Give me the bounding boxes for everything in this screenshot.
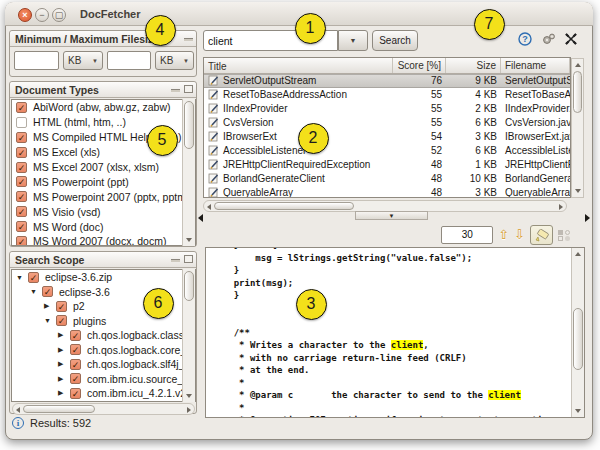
min-filesize-unit-dropdown[interactable]: KB ▼ [63, 51, 103, 70]
tree-expand-icon[interactable]: ▶ [58, 346, 67, 354]
checkbox-icon[interactable]: ✓ [16, 221, 27, 232]
document-type-item[interactable]: ✓MS Powerpoint (ppt) [12, 174, 195, 189]
table-row[interactable]: IBrowserExt543 KBIBrowserExt.jav [204, 130, 570, 144]
maximize-button[interactable]: ▢ [52, 8, 66, 22]
preferences-gears-icon[interactable] [541, 32, 557, 49]
checkbox-icon[interactable]: ✓ [16, 162, 27, 173]
document-type-item[interactable]: ✓MS Visio (vsd) [12, 204, 195, 219]
tree-expand-icon[interactable]: ▶ [44, 302, 53, 310]
scope-tree-item[interactable]: ▶✓ch.qos.logback.classic_0.9.19 [12, 328, 195, 343]
result-size: 6 KB [446, 145, 501, 156]
checkbox-icon[interactable]: ✓ [70, 344, 81, 355]
search-scope-hscrollbar[interactable] [12, 403, 195, 415]
sash-collapse-left-icon[interactable] [198, 214, 203, 222]
search-history-dropdown[interactable]: ▼ [338, 30, 368, 51]
preview-pane[interactable]: } else { msg = lStrings.getString("value… [205, 247, 585, 418]
tree-expand-icon[interactable]: ▶ [58, 360, 67, 368]
checkbox-icon[interactable]: ✓ [16, 236, 27, 246]
search-button-label: Search [379, 35, 411, 46]
document-type-item[interactable]: ✓MS Excel 2007 (xlsx, xlsm) [12, 160, 195, 175]
document-type-item[interactable]: ✓MS Word 2007 (docx, docm) [12, 234, 195, 246]
checkbox-icon[interactable]: ✓ [56, 301, 67, 312]
checkbox-icon[interactable]: ✓ [16, 176, 27, 187]
table-row[interactable]: BorlandGenerateClient4810 KBBorlandGener… [204, 171, 570, 185]
scope-tree-item[interactable]: ▼✓eclipse-3.6.zip [12, 270, 195, 285]
panel-maximize-icon[interactable] [184, 85, 193, 93]
tree-expand-icon[interactable]: ▶ [58, 375, 67, 383]
checkbox-icon[interactable]: ✓ [28, 272, 39, 283]
results-table-scrollbar[interactable] [571, 58, 584, 198]
table-row[interactable]: CvsVersion556 KBCvsVersion.jav [204, 116, 570, 130]
table-row[interactable]: IIndexProvider552 KBIIndexProvider. [204, 102, 570, 116]
scope-tree-item[interactable]: ▶✓com.ibm.icu.source_4.2.1.v20 [12, 372, 195, 387]
help-icon[interactable]: ? [518, 32, 532, 49]
table-row[interactable]: ResetToBaseAddressAction554 KBResetToBas… [204, 88, 570, 102]
preview-toolbar: 30 ⇧ ⇩ [203, 224, 585, 246]
view-mode-icon[interactable] [558, 230, 571, 241]
result-title: ServletOutputStream [223, 75, 316, 86]
checkbox-icon[interactable]: ✓ [16, 206, 27, 217]
checkbox-icon[interactable]: ✓ [70, 330, 81, 341]
column-header-size[interactable]: Size [446, 58, 501, 73]
scope-item-label: eclipse-3.6.zip [45, 271, 112, 283]
chevron-down-icon: ▼ [389, 214, 395, 218]
document-type-item[interactable]: ✓MS Word (doc) [12, 219, 195, 234]
panel-minimize-icon[interactable] [171, 89, 180, 92]
next-occurrence-icon[interactable]: ⇩ [514, 228, 525, 242]
checkbox-icon[interactable]: ✓ [70, 388, 81, 399]
checkbox-icon[interactable]: ✓ [42, 286, 53, 297]
checkbox-icon[interactable]: ✓ [70, 359, 81, 370]
highlight-toggle-button[interactable] [530, 225, 553, 245]
sash-collapse-right-icon[interactable] [585, 214, 590, 222]
column-header-fname[interactable]: Filename [501, 58, 570, 73]
scope-tree-item[interactable]: ▶✓ch.qos.logback.core_0.9.19.v2 [12, 343, 195, 358]
search-scope-scrollbar[interactable] [182, 269, 195, 402]
max-filesize-unit-dropdown[interactable]: KB ▼ [155, 51, 194, 70]
table-row[interactable]: ServletOutputStream769 KBServletOutputS [204, 74, 570, 88]
search-scope-tree: ▼✓eclipse-3.6.zip▼✓eclipse-3.6▶✓p2▼✓plug… [11, 269, 196, 402]
preview-code: } else { msg = lStrings.getString("value… [212, 247, 584, 418]
document-type-label: MS Powerpoint 2007 (pptx, pptm) [33, 191, 189, 203]
document-type-item[interactable]: ✓MS Powerpoint 2007 (pptx, pptm) [12, 189, 195, 204]
column-header-score[interactable]: Score [%] [393, 58, 446, 73]
previous-occurrence-icon[interactable]: ⇧ [498, 228, 509, 242]
document-type-item[interactable]: ✓AbiWord (abw, abw.gz, zabw) [12, 100, 195, 115]
checkbox-icon[interactable]: ✓ [70, 373, 81, 384]
checkbox-icon[interactable]: ✓ [16, 132, 27, 143]
panel-maximize-icon[interactable] [184, 255, 193, 263]
checkbox-icon[interactable]: ✓ [56, 315, 67, 326]
tree-expand-icon[interactable]: ▶ [58, 331, 67, 339]
panel-minimize-icon[interactable] [184, 38, 193, 41]
checkbox-icon[interactable]: ✓ [16, 147, 27, 158]
scope-tree-item[interactable]: ▶✓com.ibm.icu_4.2.1.v20100412 [12, 386, 195, 401]
checkbox-icon[interactable]: ✓ [16, 191, 27, 202]
close-button[interactable]: × [18, 8, 32, 22]
min-filesize-input[interactable] [14, 51, 59, 70]
checkbox-icon[interactable] [16, 117, 27, 128]
tree-collapse-icon[interactable]: ▼ [30, 288, 39, 295]
scope-tree-item[interactable]: ▶✓ch.qos.logback.slf4j_0.9.19.v2 [12, 357, 195, 372]
document-pen-icon [208, 103, 219, 114]
result-filename: IBrowserExt.jav [501, 131, 570, 142]
minimize-to-tray-icon[interactable] [564, 32, 578, 49]
code-line: * at the end. [212, 365, 584, 378]
tree-collapse-icon[interactable]: ▼ [16, 274, 25, 281]
splitter-handle[interactable]: ▼ [355, 211, 428, 220]
max-filesize-input[interactable] [107, 51, 151, 70]
tree-expand-icon[interactable]: ▶ [58, 389, 67, 397]
column-header-title[interactable]: Title [204, 58, 393, 73]
scope-item-label: com.ibm.icu.source_4.2.1.v20 [87, 373, 196, 385]
table-row[interactable]: JREHttpClientRequiredException481 KBJREH… [204, 157, 570, 171]
occurrence-count-field[interactable]: 30 [441, 226, 493, 244]
checkbox-icon[interactable]: ✓ [16, 102, 27, 113]
panel-minimize-icon[interactable] [171, 259, 180, 262]
scope-item-label: ch.qos.logback.core_0.9.19.v2 [87, 344, 196, 356]
search-button[interactable]: Search [372, 30, 418, 51]
table-row[interactable]: QueryableArray483 KBQueryableArray [204, 185, 570, 198]
document-types-scrollbar[interactable] [182, 99, 195, 246]
minimize-button[interactable]: − [35, 8, 49, 22]
scope-tree-item[interactable]: ▶✓com.jcraft.jsch.source_0.1.41 [12, 401, 195, 403]
preview-scrollbar[interactable] [571, 248, 584, 417]
table-row[interactable]: AccessibleListener526 KBAccessibleListe [204, 143, 570, 157]
tree-collapse-icon[interactable]: ▼ [44, 317, 53, 324]
